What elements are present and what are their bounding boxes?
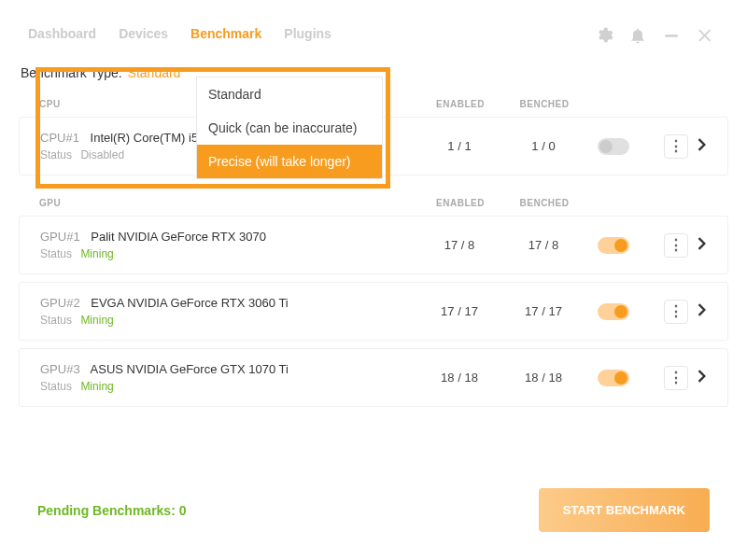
tab-devices[interactable]: Devices (119, 26, 168, 41)
chevron-right-icon[interactable] (698, 370, 707, 386)
status-value: Mining (80, 380, 113, 393)
device-id: GPU#2 (40, 296, 80, 310)
gpu-section-header: GPU ENABLED BENCHED (19, 189, 728, 216)
benchmark-type-label: Benchmark Type: (21, 65, 122, 80)
benched-value: 17 / 17 (501, 304, 585, 318)
enabled-value: 17 / 17 (417, 304, 501, 318)
benched-value: 17 / 8 (501, 238, 585, 252)
tab-plugins[interactable]: Plugins (284, 26, 331, 41)
gear-icon[interactable] (595, 26, 613, 49)
device-name: EVGA NVIDIA GeForce RTX 3060 Ti (91, 296, 288, 310)
device-toggle[interactable] (598, 370, 629, 386)
chevron-right-icon[interactable] (698, 303, 707, 320)
more-button[interactable]: ⋮ (664, 233, 688, 258)
more-button[interactable]: ⋮ (664, 300, 688, 324)
status-label: Status (40, 314, 72, 327)
start-benchmark-button[interactable]: START BENCHMARK (539, 488, 710, 532)
device-toggle[interactable] (598, 303, 629, 320)
header: Dashboard Devices Benchmark Plugins (0, 0, 747, 56)
chevron-right-icon[interactable] (698, 138, 707, 155)
chevron-right-icon[interactable] (698, 237, 707, 254)
col-device-label: GPU (39, 198, 418, 208)
more-button[interactable]: ⋮ (664, 366, 688, 390)
benched-value: 1 / 0 (501, 139, 585, 153)
enabled-value: 18 / 18 (417, 371, 501, 385)
pending-benchmarks-label: Pending Benchmarks: 0 (37, 503, 187, 518)
dropdown-option-precise[interactable]: Precise (will take longer) (197, 145, 382, 178)
device-id: CPU#1 (40, 131, 79, 145)
device-row-gpu3: GPU#3 ASUS NVIDIA GeForce GTX 1070 Ti St… (19, 348, 728, 407)
device-row-gpu2: GPU#2 EVGA NVIDIA GeForce RTX 3060 Ti St… (19, 282, 728, 341)
enabled-value: 17 / 8 (417, 238, 501, 252)
device-toggle[interactable] (598, 237, 629, 254)
enabled-value: 1 / 1 (417, 139, 501, 153)
device-name: Intel(R) Core(TM) i5 (91, 131, 199, 145)
device-toggle[interactable] (598, 138, 629, 155)
col-enabled-label: ENABLED (418, 99, 502, 109)
dropdown-option-quick[interactable]: Quick (can be inaccurate) (197, 111, 382, 145)
device-id: GPU#1 (40, 230, 80, 244)
benchmark-type-dropdown: Standard Quick (can be inaccurate) Preci… (196, 77, 383, 179)
dropdown-option-standard[interactable]: Standard (197, 77, 382, 111)
benched-value: 18 / 18 (501, 371, 585, 385)
nav-tabs: Dashboard Devices Benchmark Plugins (28, 26, 331, 41)
more-button[interactable]: ⋮ (664, 134, 688, 159)
device-name: ASUS NVIDIA GeForce GTX 1070 Ti (91, 362, 289, 376)
col-benched-label: BENCHED (502, 198, 586, 208)
benchmark-type-value: Standard (128, 65, 181, 80)
bell-icon[interactable] (628, 26, 647, 49)
footer: Pending Benchmarks: 0 START BENCHMARK (0, 488, 747, 532)
status-value: Mining (80, 314, 113, 327)
header-icons (595, 26, 714, 49)
close-icon[interactable] (696, 26, 714, 49)
svg-rect-0 (665, 35, 677, 37)
tab-benchmark[interactable]: Benchmark (190, 26, 261, 41)
device-id: GPU#3 (40, 362, 80, 376)
device-name: Palit NVIDIA GeForce RTX 3070 (91, 230, 266, 244)
tab-dashboard[interactable]: Dashboard (28, 26, 96, 41)
minimize-icon[interactable] (662, 26, 681, 49)
col-enabled-label: ENABLED (418, 198, 502, 208)
status-label: Status (40, 247, 72, 260)
col-benched-label: BENCHED (502, 99, 586, 109)
status-label: Status (40, 148, 72, 161)
status-label: Status (40, 380, 72, 393)
status-value: Disabled (80, 148, 124, 161)
status-value: Mining (80, 247, 113, 260)
device-row-gpu1: GPU#1 Palit NVIDIA GeForce RTX 3070 Stat… (19, 216, 728, 274)
